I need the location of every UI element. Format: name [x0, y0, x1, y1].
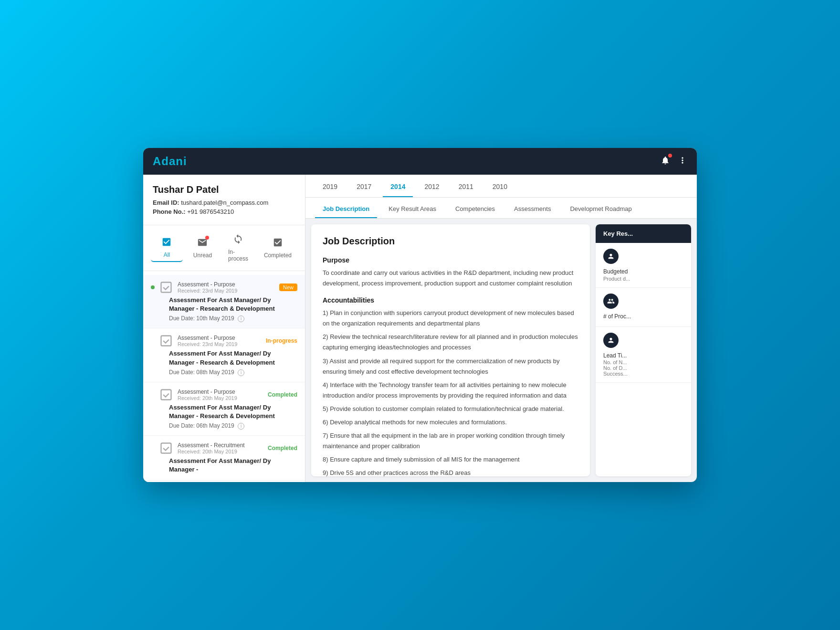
- completed-tab-icon: [273, 237, 283, 250]
- all-tab-icon: [161, 237, 172, 250]
- content-panels: Job Description Purpose To coordinate an…: [305, 219, 697, 482]
- item-meta: Assessment - Purpose Received: 20th May …: [178, 388, 263, 401]
- kr-label-1: Budgeted: [603, 268, 683, 276]
- phone-label: Phone No.:: [153, 208, 186, 215]
- more-options-icon[interactable]: [678, 156, 687, 168]
- item-type: Assessment - Recruitment: [178, 442, 263, 449]
- filter-tabs: All Unread In-process: [143, 225, 305, 271]
- phone-value: +91 9876543210: [187, 208, 234, 215]
- tab-job-description[interactable]: Job Description: [315, 200, 377, 218]
- completed-tab-label: Completed: [264, 252, 292, 259]
- kr-header: Key Res...: [596, 224, 691, 243]
- year-tab-2012[interactable]: 2012: [417, 177, 447, 197]
- item-meta: Assessment - Recruitment Received: 20th …: [178, 442, 263, 454]
- status-badge-new: New: [279, 284, 297, 291]
- user-phone: Phone No.: +91 9876543210: [153, 208, 295, 215]
- kr-icon-1: [603, 249, 619, 264]
- status-badge-completed: Completed: [268, 445, 297, 452]
- jd-title: Job Description: [323, 236, 578, 247]
- kr-icon-3: [603, 333, 619, 348]
- user-email: Email ID: tushard.patel@n_compass.com: [153, 199, 295, 206]
- tab-competencies[interactable]: Competencies: [448, 200, 503, 218]
- item-received: Received: 20th May 2019: [178, 449, 263, 454]
- item-received: Received: 23rd May 2019: [178, 341, 261, 347]
- year-tabs: 2019 2017 2014 2012 2011 2010: [305, 175, 697, 198]
- accountabilities-heading: Accountabilities: [323, 296, 578, 304]
- email-value: tushard.patel@n_compass.com: [181, 199, 268, 206]
- assessment-item[interactable]: Assessment - Purpose Received: 20th May …: [143, 382, 305, 436]
- assessment-item[interactable]: Assessment - Purpose Received: 23rd May …: [143, 328, 305, 382]
- user-info: Tushar D Patel Email ID: tushard.patel@n…: [143, 175, 305, 225]
- all-tab-label: All: [164, 252, 170, 258]
- jd-panel: Job Description Purpose To coordinate an…: [311, 224, 590, 476]
- tab-development-roadmap[interactable]: Developmet Roadmap: [562, 200, 639, 218]
- item-type: Assessment - Purpose: [178, 335, 261, 341]
- purpose-heading: Purpose: [323, 256, 578, 264]
- svg-rect-2: [161, 389, 171, 399]
- item-title: Assessment For Asst Manager/ Dy Manager …: [151, 403, 297, 420]
- content-area: 2019 2017 2014 2012 2011 2010 Job Descri…: [305, 175, 697, 482]
- accountabilities-list: 1) Plan in conjunction with superiors ca…: [323, 308, 578, 476]
- notification-icon[interactable]: [661, 156, 670, 168]
- unread-tab-icon: [197, 237, 208, 250]
- section-tabs: Job Description Key Result Areas Compete…: [305, 198, 697, 219]
- key-results-panel: Key Res... Budgeted Product d... # of Pr…: [596, 224, 691, 476]
- filter-tab-all[interactable]: All: [151, 234, 183, 262]
- svg-rect-0: [161, 283, 171, 293]
- app-window: Adani Tushar D Patel Email ID: tushard.p…: [143, 148, 697, 482]
- inprocess-tab-label: In-process: [228, 249, 249, 262]
- kr-item: Budgeted Product d...: [596, 243, 691, 288]
- filter-tab-completed[interactable]: Completed: [258, 234, 297, 262]
- purpose-text: To coordinate and carry out various acti…: [323, 268, 578, 289]
- item-type: Assessment - Purpose: [178, 388, 263, 395]
- year-tab-2011[interactable]: 2011: [451, 177, 481, 197]
- info-icon: i: [238, 315, 244, 322]
- filter-tab-inprocess[interactable]: In-process: [222, 231, 254, 265]
- kr-item: Lead Ti... No. of N...No. of D...Success…: [596, 327, 691, 383]
- item-meta: Assessment - Purpose Received: 23rd May …: [178, 335, 261, 347]
- info-icon: i: [238, 423, 244, 430]
- filter-tab-unread[interactable]: Unread: [187, 234, 219, 262]
- logo-area: Adani: [153, 155, 187, 168]
- kr-label-3: Lead Ti...: [603, 352, 683, 360]
- assessment-check-icon: [159, 281, 173, 294]
- year-tab-2017[interactable]: 2017: [349, 177, 379, 197]
- assessment-check-icon: [159, 388, 173, 401]
- item-due: Due Date: 06th May 2019 i: [151, 422, 297, 430]
- status-indicator: [151, 285, 155, 289]
- year-tab-2010[interactable]: 2010: [485, 177, 515, 197]
- assessment-item[interactable]: Assessment - Recruitment Received: 20th …: [143, 436, 305, 480]
- tab-key-result-areas[interactable]: Key Result Areas: [381, 200, 444, 218]
- item-meta: Assessment - Purpose Received: 23rd May …: [178, 281, 274, 294]
- item-title: Assessment For Asst Manager/ Dy Manager …: [151, 457, 297, 474]
- kr-item: # of Proc...: [596, 288, 691, 327]
- kr-icon-2: [603, 294, 619, 309]
- item-received: Received: 23rd May 2019: [178, 288, 274, 294]
- status-badge-inprogress: In-progress: [266, 337, 297, 344]
- main-layout: Tushar D Patel Email ID: tushard.patel@n…: [143, 175, 697, 482]
- kr-sub-3: No. of N...No. of D...Success...: [603, 359, 683, 377]
- item-title: Assessment For Asst Manager/ Dy Manager …: [151, 349, 297, 367]
- assessment-item[interactable]: Assessment - Purpose Received: 23rd May …: [143, 275, 305, 328]
- topbar-icons: [661, 156, 687, 168]
- assessment-check-icon: [159, 334, 173, 347]
- topbar: Adani: [143, 148, 697, 175]
- year-tab-2014[interactable]: 2014: [383, 177, 413, 197]
- tab-assessments[interactable]: Assessments: [506, 200, 558, 218]
- inprocess-tab-icon: [233, 234, 243, 247]
- user-name: Tushar D Patel: [153, 184, 295, 195]
- item-received: Received: 20th May 2019: [178, 395, 263, 401]
- kr-sub-1: Product d...: [603, 276, 683, 282]
- item-type: Assessment - Purpose: [178, 281, 274, 288]
- item-title: Assessment For Asst Manager/ Dy Manager …: [151, 296, 297, 313]
- assessment-check-icon: [159, 441, 173, 455]
- email-label: Email ID:: [153, 199, 179, 206]
- svg-rect-1: [161, 336, 171, 346]
- svg-rect-3: [161, 443, 171, 453]
- kr-label-2: # of Proc...: [603, 313, 683, 321]
- info-icon: i: [238, 369, 244, 376]
- notification-badge: [668, 154, 672, 158]
- item-due: Due Date: 10th May 2019 i: [151, 315, 297, 322]
- year-tab-2019[interactable]: 2019: [315, 177, 345, 197]
- item-due: Due Date: 08th May 2019 i: [151, 369, 297, 376]
